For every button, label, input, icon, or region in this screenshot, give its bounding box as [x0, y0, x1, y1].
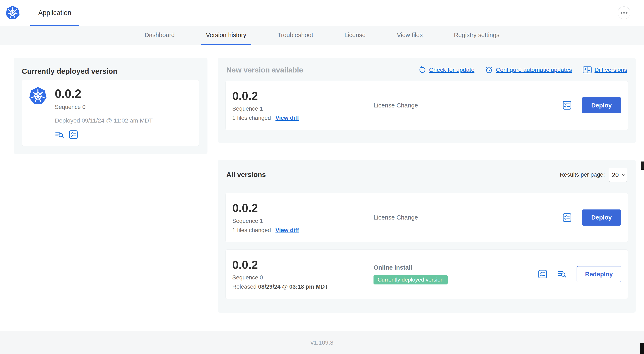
new-version-card: 0.0.2 Sequence 1 1 files changed View di… [226, 81, 628, 130]
ellipsis-icon [621, 12, 628, 14]
version-number: 0.0.2 [232, 90, 374, 103]
files-changed-label: 1 files changed [232, 227, 271, 234]
release-notes-icon [557, 270, 566, 279]
files-changed-label: 1 files changed [232, 115, 271, 121]
tab-view-files[interactable]: View files [392, 26, 428, 45]
tab-license[interactable]: License [340, 26, 370, 45]
tab-version-history[interactable]: Version history [201, 26, 251, 45]
checklist-icon [562, 213, 572, 222]
preflight-checks-button[interactable] [562, 213, 572, 222]
tab-troubleshoot[interactable]: Troubleshoot [272, 26, 318, 45]
checklist-icon [562, 101, 572, 110]
scrollbar-corner [640, 343, 644, 354]
version-row: 0.0.2 Sequence 1 1 files changed View di… [226, 193, 628, 242]
view-diff-link[interactable]: View diff [276, 115, 299, 121]
sequence-label: Sequence 1 [232, 218, 374, 224]
released-timestamp: Released 08/29/24 @ 03:18 pm MDT [232, 283, 374, 290]
preflight-checks-button[interactable] [562, 101, 572, 110]
current-version-card: 0.0.2 Sequence 0 Deployed 09/11/24 @ 11:… [22, 80, 199, 146]
main-content: Currently deployed version 0.0.2 Sequenc… [0, 45, 644, 319]
check-for-update-label: Check for update [429, 66, 475, 73]
version-source-label: License Change [374, 214, 556, 221]
console-version: v1.109.3 [310, 339, 333, 346]
preflight-checks-button[interactable] [69, 130, 78, 139]
configure-automatic-updates-link[interactable]: Configure automatic updates [485, 66, 572, 74]
sequence-label: Sequence 0 [55, 104, 153, 110]
release-notes-icon [55, 130, 64, 139]
tab-application[interactable]: Application [30, 0, 79, 26]
deploy-button[interactable]: Deploy [582, 97, 621, 113]
results-per-page-label: Results per page: [560, 171, 605, 178]
diff-versions-link[interactable]: Diff versions [583, 66, 627, 74]
preflight-checks-button[interactable] [538, 270, 547, 279]
check-for-update-link[interactable]: Check for update [418, 66, 475, 74]
version-source-label: License Change [374, 102, 556, 109]
checklist-icon [538, 270, 547, 279]
tab-dashboard[interactable]: Dashboard [140, 26, 180, 45]
currently-deployed-badge: Currently deployed version [374, 275, 448, 284]
all-versions-panel: All versions Results per page: 20 0.0.2 [218, 160, 636, 313]
version-row: 0.0.2 Sequence 0 Released 08/29/24 @ 03:… [226, 249, 628, 299]
more-menu-button[interactable] [618, 7, 630, 19]
new-version-panel: New version available Check for update C… [218, 58, 636, 143]
sequence-label: Sequence 0 [232, 274, 374, 281]
checklist-icon [69, 130, 78, 139]
diff-versions-label: Diff versions [594, 66, 627, 73]
sequence-label: Sequence 1 [232, 105, 374, 112]
version-source-label: Online Install [374, 264, 531, 271]
current-version-title: Currently deployed version [22, 66, 199, 77]
app-tab-label: Application [38, 9, 71, 17]
view-diff-link[interactable]: View diff [276, 227, 299, 234]
deployed-timestamp: Deployed 09/11/24 @ 11:02 am MDT [55, 117, 153, 124]
tab-registry-settings[interactable]: Registry settings [449, 26, 504, 45]
scrollbar-thumb[interactable] [641, 162, 644, 170]
version-number: 0.0.2 [232, 258, 374, 271]
app-nav: Dashboard Version history Troubleshoot L… [0, 26, 644, 45]
current-version-panel: Currently deployed version 0.0.2 Sequenc… [14, 58, 208, 154]
configure-automatic-updates-label: Configure automatic updates [496, 66, 572, 73]
results-per-page-select[interactable]: 20 [608, 168, 627, 182]
refresh-icon [418, 66, 426, 74]
redeploy-button[interactable]: Redeploy [576, 266, 621, 282]
version-number: 0.0.2 [55, 87, 153, 101]
kubernetes-logo-icon [5, 5, 20, 21]
deploy-button[interactable]: Deploy [582, 209, 621, 226]
app-footer: v1.109.3 [0, 331, 644, 354]
auto-update-clock-icon [485, 66, 493, 74]
kubernetes-logo-icon [28, 87, 47, 105]
admin-console: Application Dashboard Version history Tr… [0, 0, 644, 354]
version-number: 0.0.2 [232, 201, 374, 215]
release-notes-button[interactable] [557, 270, 566, 279]
release-notes-button[interactable] [55, 130, 64, 139]
new-version-title: New version available [226, 66, 303, 74]
top-bar: Application [0, 0, 644, 26]
all-versions-title: All versions [226, 171, 266, 179]
diff-icon [583, 66, 592, 74]
